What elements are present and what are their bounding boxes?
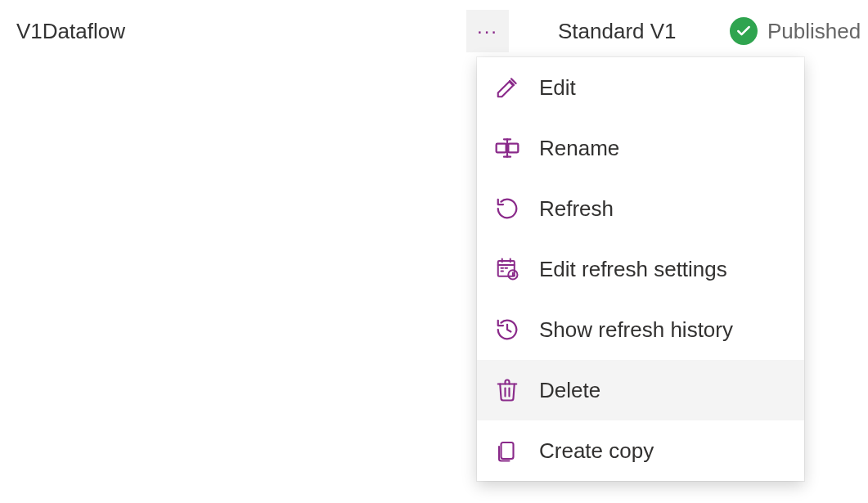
menu-item-refresh[interactable]: Refresh xyxy=(477,178,804,239)
dataflow-type: Standard V1 xyxy=(509,19,730,44)
menu-label: Edit refresh settings xyxy=(539,257,727,282)
status-label: Published xyxy=(767,19,861,44)
copy-icon xyxy=(493,437,521,465)
menu-label: Delete xyxy=(539,378,600,403)
menu-item-edit-refresh-settings[interactable]: Edit refresh settings xyxy=(477,239,804,299)
menu-label: Show refresh history xyxy=(539,317,733,343)
menu-label: Rename xyxy=(539,136,619,161)
check-circle-icon xyxy=(730,17,758,45)
rename-icon xyxy=(493,134,521,162)
svg-rect-0 xyxy=(497,144,506,153)
menu-label: Create copy xyxy=(539,438,654,464)
refresh-icon xyxy=(493,195,521,222)
context-menu: Edit Rename Refresh xyxy=(477,57,804,481)
svg-rect-1 xyxy=(508,144,518,153)
menu-item-rename[interactable]: Rename xyxy=(477,118,804,178)
menu-label: Edit xyxy=(539,75,576,101)
menu-item-show-refresh-history[interactable]: Show refresh history xyxy=(477,299,804,360)
more-icon: ··· xyxy=(477,20,498,43)
menu-item-create-copy[interactable]: Create copy xyxy=(477,420,804,481)
dataflow-row: V1Dataflow ··· Standard V1 Published xyxy=(0,0,868,62)
dataflow-name[interactable]: V1Dataflow xyxy=(13,19,466,44)
calendar-clock-icon xyxy=(493,255,521,283)
pencil-icon xyxy=(493,74,521,101)
history-icon xyxy=(493,316,521,344)
menu-label: Refresh xyxy=(539,196,614,222)
trash-icon xyxy=(493,376,521,404)
more-options-button[interactable]: ··· xyxy=(466,10,509,52)
menu-item-edit[interactable]: Edit xyxy=(477,57,804,118)
menu-item-delete[interactable]: Delete xyxy=(477,360,804,420)
dataflow-status: Published xyxy=(730,17,861,45)
